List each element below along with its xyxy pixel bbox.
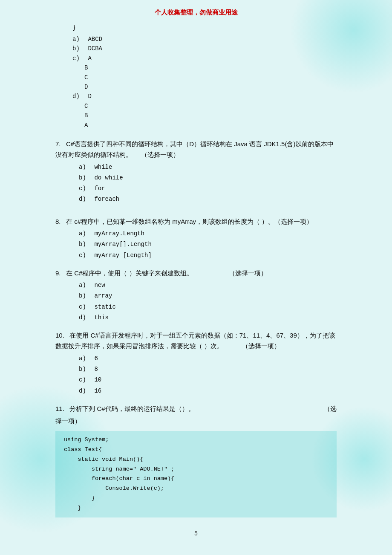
prev-option-c-b-value: B xyxy=(84,64,88,71)
q8-opt-c-value: myArray [Length] xyxy=(94,252,151,259)
q9-opt-b-label: b) xyxy=(79,291,91,301)
prev-option-d-c: C xyxy=(84,101,337,111)
q10-option-b: b) 8 xyxy=(79,364,337,375)
q7-opt-d-value: foreach xyxy=(94,196,119,202)
q8-opt-a-value: myArray.Length xyxy=(94,230,144,237)
q8-opt-b-value: myArray[].Length xyxy=(94,241,151,248)
prev-option-b: b) DCBA xyxy=(72,44,337,53)
q7-option-b: b) do while xyxy=(79,173,337,183)
q7-opt-a-label: a) xyxy=(79,162,91,173)
q10-option-c: c) 10 xyxy=(79,375,337,385)
prev-option-d-a: A xyxy=(84,121,337,130)
q7-opt-b-value: do while xyxy=(94,174,123,181)
q11-select-hint-right: （选 xyxy=(324,403,337,414)
prev-option-a-value: ABCD xyxy=(88,36,102,43)
q7-number: 7. xyxy=(55,140,61,147)
q10-options: a) 6 b) 8 c) 10 d) 16 xyxy=(79,353,337,396)
prev-option-a-label: a) xyxy=(72,35,84,44)
q9-opt-a-label: a) xyxy=(79,280,91,291)
q9-opt-c-value: static xyxy=(94,304,115,310)
q9-opt-b-value: array xyxy=(94,292,112,299)
q8-option-c: c) myArray [Length] xyxy=(79,250,337,261)
prev-option-c-d: D xyxy=(84,82,337,92)
q8-opt-c-label: c) xyxy=(79,250,91,261)
q9-opt-d-label: d) xyxy=(79,312,91,323)
q7-opt-a-value: while xyxy=(94,164,112,171)
q10-text: 10. 在使用 C#语言开发程序时，对于一组五个元素的数据（如：71、11、4、… xyxy=(55,330,337,352)
question-7: 7. C#语言提供了四种不同的循环结构，其中（D）循环结构在 Java 语言 J… xyxy=(55,139,337,205)
q10-opt-d-label: d) xyxy=(79,386,91,396)
header-notice: 个人收集整理，勿做商业用途 xyxy=(55,9,337,17)
question-8: 8. 在 c#程序中，已知某一维数组名称为 myArray，则该数组的长度为（ … xyxy=(55,216,337,261)
prev-option-d-a-value: A xyxy=(84,122,88,129)
q7-opt-d-label: d) xyxy=(79,194,91,205)
page-number: 5 xyxy=(55,530,337,537)
q10-option-d: d) 16 xyxy=(79,386,337,396)
q9-option-b: b) array xyxy=(79,291,337,301)
prev-option-c-b: B xyxy=(84,63,337,72)
q7-opt-c-label: c) xyxy=(79,183,91,194)
q9-opt-a-value: new xyxy=(94,282,105,289)
q11-text: 11. 分析下列 C#代码，最终的运行结果是（）。 （选 xyxy=(55,403,337,414)
q7-option-d: d) foreach xyxy=(79,194,337,205)
q7-option-a: a) while xyxy=(79,162,337,173)
question-11: 11. 分析下列 C#代码，最终的运行结果是（）。 （选 择一项） using … xyxy=(55,403,337,518)
q10-option-a: a) 6 xyxy=(79,353,337,364)
q10-opt-a-value: 6 xyxy=(94,355,98,362)
q9-options: a) new b) array c) static d) this xyxy=(79,280,337,323)
q7-options: a) while b) do while c) for d) foreach xyxy=(79,162,337,205)
q10-opt-b-value: 8 xyxy=(94,366,98,373)
prev-option-c-c-value: C xyxy=(84,74,88,81)
q8-number: 8. xyxy=(55,218,61,225)
q8-opt-a-label: a) xyxy=(79,228,91,239)
q10-number: 10. xyxy=(55,332,64,339)
prev-option-d-label: d) xyxy=(72,92,84,101)
prev-option-d-c-value: C xyxy=(84,103,88,110)
q11-text-line2: 择一项） xyxy=(55,416,337,427)
q10-opt-c-value: 10 xyxy=(94,376,101,383)
prev-answer-list: a) ABCD b) DCBA c) A B C D d) D C B xyxy=(72,35,337,130)
q7-text: 7. C#语言提供了四种不同的循环结构，其中（D）循环结构在 Java 语言 J… xyxy=(55,139,337,160)
q9-text: 9. 在 C#程序中，使用（ ）关键字来创建数组。 （选择一项） xyxy=(55,268,337,279)
prev-option-c-d-value: D xyxy=(84,84,88,90)
q8-text: 8. 在 c#程序中，已知某一维数组名称为 myArray，则该数组的长度为（ … xyxy=(55,216,337,227)
q9-option-d: d) this xyxy=(79,312,337,323)
question-9: 9. 在 C#程序中，使用（ ）关键字来创建数组。 （选择一项） a) new … xyxy=(55,268,337,323)
prev-option-d-value: D xyxy=(88,93,91,100)
prev-option-d: d) D xyxy=(72,92,337,101)
q9-number: 9. xyxy=(55,269,61,277)
q8-option-b: b) myArray[].Length xyxy=(79,239,337,250)
question-10: 10. 在使用 C#语言开发程序时，对于一组五个元素的数据（如：71、11、4、… xyxy=(55,330,337,396)
q9-opt-d-value: this xyxy=(94,314,109,321)
prev-option-a: a) ABCD xyxy=(72,35,337,44)
q7-opt-b-label: b) xyxy=(79,173,91,183)
prev-option-d-b: B xyxy=(84,111,337,120)
prev-option-c: c) A xyxy=(72,54,337,63)
q7-option-c: c) for xyxy=(79,183,337,194)
prev-option-b-value: DCBA xyxy=(88,45,102,52)
q11-number: 11. xyxy=(55,405,64,412)
q10-opt-d-value: 16 xyxy=(94,387,101,394)
q9-opt-c-label: c) xyxy=(79,302,91,312)
q9-option-c: c) static xyxy=(79,302,337,312)
closing-brace: } xyxy=(72,24,337,31)
q9-select-hint: （选择一项） xyxy=(195,269,267,277)
q8-opt-b-label: b) xyxy=(79,239,91,250)
q11-text-main: 11. 分析下列 C#代码，最终的运行结果是（）。 xyxy=(55,403,195,414)
q8-option-a: a) myArray.Length xyxy=(79,228,337,239)
q11-code: using System; class Test{ static void Ma… xyxy=(55,431,337,518)
q11-select-hint-cont: 择一项） xyxy=(55,417,81,425)
q9-option-a: a) new xyxy=(79,280,337,291)
q8-options: a) myArray.Length b) myArray[].Length c)… xyxy=(79,228,337,261)
prev-option-c-c: C xyxy=(84,73,337,82)
q10-opt-a-label: a) xyxy=(79,353,91,364)
q10-select-hint: （选择一项） xyxy=(225,342,280,350)
prev-option-d-b-value: B xyxy=(84,112,88,119)
q7-opt-c-value: for xyxy=(94,185,105,192)
q10-opt-c-label: c) xyxy=(79,375,91,385)
prev-option-c-value: A xyxy=(88,55,91,62)
q10-opt-b-label: b) xyxy=(79,364,91,375)
prev-option-b-label: b) xyxy=(72,44,84,53)
prev-option-c-label: c) xyxy=(72,54,84,63)
